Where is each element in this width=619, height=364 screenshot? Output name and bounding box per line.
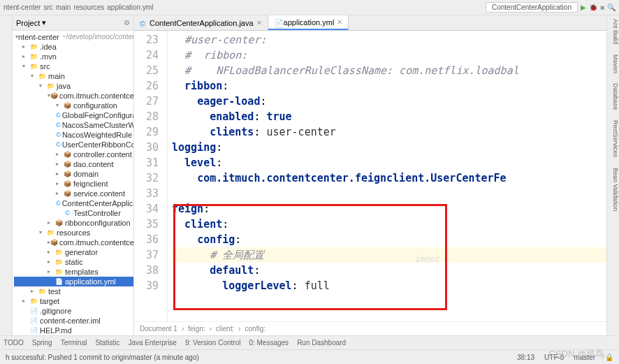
search-icon[interactable]: 🔍 bbox=[607, 3, 616, 11]
line-gutter: 2324252627282930313233343536373839 bbox=[134, 31, 168, 321]
tree-item[interactable]: ▸📁target bbox=[14, 296, 133, 306]
tree-item[interactable]: ©NacosSameClusterWeightedRule bbox=[14, 120, 133, 130]
tree-item[interactable]: 📄application.yml bbox=[14, 277, 133, 286]
rundash-tool[interactable]: Run Dashboard bbox=[297, 339, 346, 347]
project-root[interactable]: ▾ ntent-center ~/develop/imooc/content-c… bbox=[14, 32, 133, 42]
run-icon[interactable]: ▶ bbox=[581, 3, 586, 11]
git-branch[interactable]: master bbox=[574, 354, 595, 361]
tree-item[interactable]: 📄.gitignore bbox=[14, 306, 133, 316]
tree-item[interactable]: ▸📦domain bbox=[14, 169, 133, 179]
close-icon[interactable]: ✕ bbox=[337, 18, 342, 26]
project-header-label: Project bbox=[16, 19, 40, 27]
tree-item[interactable]: ©NacosWeightedRule bbox=[14, 130, 133, 140]
statistic-tool[interactable]: Statistic bbox=[95, 339, 119, 347]
status-bar: h successful: Pushed 1 commit to origin/… bbox=[0, 349, 619, 364]
tree-item[interactable]: ▾📦configuration bbox=[14, 101, 133, 110]
terminal-tool[interactable]: Terminal bbox=[61, 339, 87, 347]
right-tool-stripe[interactable]: Ant Build Maven Database RestServices Be… bbox=[606, 15, 619, 335]
tree-item[interactable]: ▸📦controller.content bbox=[14, 150, 133, 159]
crumb-2[interactable]: main bbox=[56, 3, 71, 11]
editor-breadcrumb[interactable]: Document 1 › feign: › client: › config: bbox=[134, 321, 606, 335]
project-header[interactable]: Project ▾ ⚙ bbox=[13, 15, 133, 31]
tree-item[interactable]: ▾📁java bbox=[14, 81, 133, 91]
tree-item[interactable]: ▾📁main bbox=[14, 71, 133, 81]
stop-icon[interactable]: ■ bbox=[600, 3, 604, 11]
tree-item[interactable]: 📄HELP.md bbox=[14, 326, 133, 335]
tree-item[interactable]: ©TestController bbox=[14, 208, 133, 218]
spring-tool[interactable]: Spring bbox=[32, 339, 52, 347]
tree-item[interactable]: ©ContentCenterApplication bbox=[14, 198, 133, 208]
editor-area: © ContentCenterApplication.java ✕ 📄 appl… bbox=[134, 15, 606, 335]
project-panel: Project ▾ ⚙ ▾ ntent-center ~/develop/imo… bbox=[13, 15, 134, 335]
tree-item[interactable]: ©UserCenterRibbonConfiguration bbox=[14, 140, 133, 150]
project-tree[interactable]: ▾ ntent-center ~/develop/imooc/content-c… bbox=[13, 31, 133, 335]
tab-application-yml[interactable]: 📄 application.yml ✕ bbox=[268, 15, 349, 30]
close-icon[interactable]: ✕ bbox=[256, 19, 262, 27]
debug-icon[interactable]: 🐞 bbox=[589, 3, 597, 11]
tree-item[interactable]: ▸📁generator bbox=[14, 247, 133, 257]
tree-item[interactable]: ▸📁static bbox=[14, 257, 133, 267]
lock-icon[interactable]: 🔓 bbox=[605, 354, 613, 361]
code-content[interactable]: #user-center: # ribbon: # NFLoadBalancer… bbox=[168, 31, 606, 321]
java-ee-tool[interactable]: Java Enterprise bbox=[128, 339, 176, 347]
left-tool-stripe[interactable] bbox=[0, 15, 13, 335]
tree-item[interactable]: ▸📁templates bbox=[14, 267, 133, 277]
vcs-tool[interactable]: 9: Version Control bbox=[185, 339, 241, 347]
tab-contentcenter[interactable]: © ContentCenterApplication.java ✕ bbox=[134, 15, 268, 30]
tree-item[interactable]: ▾📁src bbox=[14, 61, 133, 71]
tree-item[interactable]: ▸📦service.content bbox=[14, 189, 133, 198]
tree-item[interactable]: ▸📦ribbonconfiguration bbox=[14, 218, 133, 228]
java-icon: © bbox=[140, 20, 147, 27]
crumb-0[interactable]: ntent-center bbox=[3, 3, 41, 11]
encoding[interactable]: UTF-8 bbox=[544, 354, 564, 361]
todo-tool[interactable]: TODO bbox=[3, 339, 24, 347]
messages-tool[interactable]: 0: Messages bbox=[249, 339, 289, 347]
tree-item[interactable]: 📄content-center.iml bbox=[14, 316, 133, 326]
crumb-4[interactable]: application.yml bbox=[107, 3, 153, 11]
crumb-1[interactable]: src bbox=[43, 3, 52, 11]
gear-icon[interactable]: ⚙ bbox=[124, 19, 130, 27]
tree-item[interactable]: ▾📦com.itmuch.contentcenter bbox=[14, 91, 133, 101]
tree-item[interactable]: ▾📁resources bbox=[14, 228, 133, 238]
tree-item[interactable]: ▸📦feignclient bbox=[14, 179, 133, 189]
tree-item[interactable]: ▸📁.idea bbox=[14, 42, 133, 52]
bottom-toolbar: TODO Spring Terminal Statistic Java Ente… bbox=[0, 335, 619, 349]
tree-item[interactable]: ▸📦com.itmuch.contentcenter.dao.content bbox=[14, 238, 133, 247]
tree-item[interactable]: ▸📦dao.content bbox=[14, 159, 133, 169]
tree-item[interactable]: ▸📁.mvn bbox=[14, 52, 133, 61]
editor-body[interactable]: 2324252627282930313233343536373839 #user… bbox=[134, 31, 606, 321]
caret-position[interactable]: 38:13 bbox=[517, 354, 534, 361]
tree-item[interactable]: ▸📁test bbox=[14, 286, 133, 296]
tree-item[interactable]: ©GlobalFeignConfiguration bbox=[14, 110, 133, 120]
editor-tabs: © ContentCenterApplication.java ✕ 📄 appl… bbox=[134, 15, 606, 31]
run-config-dropdown[interactable]: ContentCenterApplication bbox=[486, 2, 578, 13]
top-toolbar: ntent-center src main resources applicat… bbox=[0, 0, 619, 15]
yml-icon: 📄 bbox=[274, 19, 281, 26]
status-message: h successful: Pushed 1 commit to origin/… bbox=[6, 354, 199, 361]
crumb-3[interactable]: resources bbox=[73, 3, 104, 11]
